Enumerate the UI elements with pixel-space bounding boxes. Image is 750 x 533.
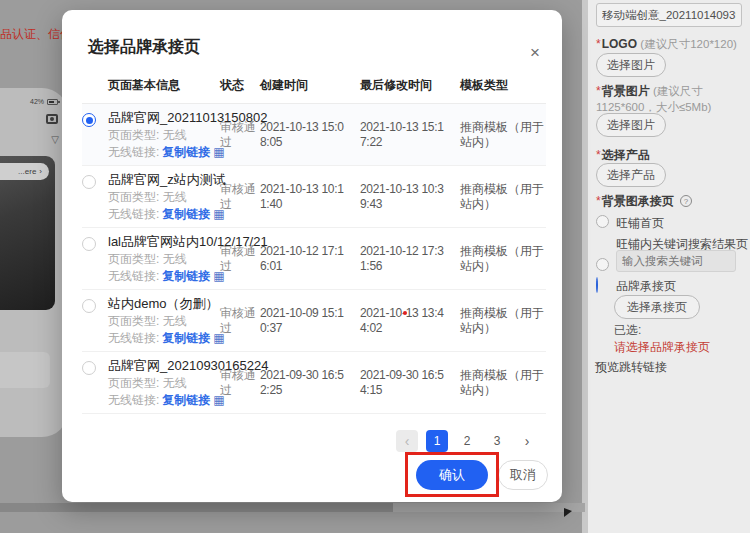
keyword-input[interactable] xyxy=(616,250,736,272)
copy-link[interactable]: 复制链接 xyxy=(162,145,210,159)
hero-link-text: ...ere xyxy=(18,167,36,176)
choose-logo-image-button[interactable]: 选择图片 xyxy=(596,53,666,77)
page-link-line: 无线链接:复制链接▦ xyxy=(108,393,220,407)
link-prefix: 无线链接: xyxy=(108,207,159,221)
table-row[interactable]: 站内demo（勿删） 页面类型: 无线 无线链接:复制链接▦ 审核通过 2021… xyxy=(82,290,546,352)
modified-cell: 2021-10-12 17:31:56 xyxy=(360,244,460,274)
copy-link[interactable]: 复制链接 xyxy=(162,269,210,283)
page-number[interactable]: 1 xyxy=(426,430,448,452)
hero-link-pill: ...ere › xyxy=(0,163,49,180)
creative-settings-panel: *LOGO (建议尺寸120*120) 选择图片 *背景图片 (建议尺寸1125… xyxy=(588,0,750,533)
table-row[interactable]: 品牌官网_20210930165224 页面类型: 无线 无线链接:复制链接▦ … xyxy=(82,352,546,414)
page-type: 页面类型: 无线 xyxy=(108,376,220,390)
page-type: 页面类型: 无线 xyxy=(108,128,220,142)
radio-shop-homepage[interactable] xyxy=(596,215,609,228)
template-cell: 推商模板（用于站内） xyxy=(460,368,546,398)
close-icon[interactable]: × xyxy=(522,40,548,66)
help-icon[interactable]: ? xyxy=(680,195,692,207)
template-cell: 推商模板（用于站内） xyxy=(460,306,546,336)
required-mark: * xyxy=(596,37,601,51)
cancel-button[interactable]: 取消 xyxy=(498,460,548,490)
selection-warning: 请选择品牌承接页 xyxy=(614,340,750,356)
dialog-title: 选择品牌承接页 xyxy=(88,37,200,58)
chevron-right-icon: › xyxy=(39,167,42,176)
copy-link[interactable]: 复制链接 xyxy=(162,393,210,407)
required-mark: * xyxy=(596,84,601,98)
red-dot-artifact xyxy=(403,311,407,315)
modified-cell: 2021-09-30 16:54:15 xyxy=(360,368,460,398)
radio-keyword-search[interactable] xyxy=(596,258,609,271)
modified-cell: 2021-10-13 10:39:43 xyxy=(360,182,460,212)
filter-icon: ▽ xyxy=(51,134,59,145)
choose-product-button[interactable]: 选择产品 xyxy=(596,163,666,187)
row-radio[interactable] xyxy=(82,361,96,375)
radio-brand-landing[interactable] xyxy=(596,277,598,293)
header-status: 状态 xyxy=(220,77,260,94)
choose-landing-page-button[interactable]: 选择承接页 xyxy=(614,295,700,319)
creative-name-input[interactable] xyxy=(596,3,742,27)
row-radio[interactable] xyxy=(82,299,96,313)
link-prefix: 无线链接: xyxy=(108,269,159,283)
select-landing-page-dialog: 选择品牌承接页 × 页面基本信息 状态 创建时间 最后修改时间 模板类型 品牌官… xyxy=(62,10,562,502)
battery-icon xyxy=(47,99,58,105)
required-mark: * xyxy=(596,148,601,162)
template-cell: 推商模板（用于站内） xyxy=(460,244,546,274)
row-radio[interactable] xyxy=(82,237,96,251)
page-name: 品牌官网_20211013150802 xyxy=(108,110,278,125)
page-name: 品牌官网_z站内测试 xyxy=(108,172,278,187)
table-row[interactable]: lal品牌官网站内10/12/17/21 页面类型: 无线 无线链接:复制链接▦… xyxy=(82,228,546,290)
landing-page-table: 页面基本信息 状态 创建时间 最后修改时间 模板类型 品牌官网_20211013… xyxy=(82,70,546,414)
template-cell: 推商模板（用于站内） xyxy=(460,120,546,150)
selected-label: 已选: xyxy=(614,323,750,339)
link-prefix: 无线链接: xyxy=(108,393,159,407)
page-link-line: 无线链接:复制链接▦ xyxy=(108,207,220,221)
header-template: 模板类型 xyxy=(460,77,546,94)
row-radio[interactable] xyxy=(82,113,96,127)
camera-icon xyxy=(46,114,58,124)
page-link-line: 无线链接:复制链接▦ xyxy=(108,269,220,283)
table-row[interactable]: 品牌官网_z站内测试 页面类型: 无线 无线链接:复制链接▦ 审核通过 2021… xyxy=(82,166,546,228)
link-prefix: 无线链接: xyxy=(108,331,159,345)
header-created: 创建时间 xyxy=(260,77,360,94)
logo-field-label: *LOGO (建议尺寸120*120) xyxy=(596,37,746,53)
mouse-cursor xyxy=(564,508,572,517)
phone-toolbar: ≡ ▽ xyxy=(0,134,59,145)
page-name: 品牌官网_20210930165224 xyxy=(108,358,278,373)
page-name: 站内demo（勿删） xyxy=(108,296,278,311)
page-type: 页面类型: 无线 xyxy=(108,314,220,328)
product-field-label: *选择产品 xyxy=(596,148,746,164)
link-prefix: 无线链接: xyxy=(108,145,159,159)
modified-cell: 2021-10-13 15:17:22 xyxy=(360,120,460,150)
next-page-button[interactable]: › xyxy=(516,430,538,452)
logo-size-hint: (建议尺寸120*120) xyxy=(640,38,737,50)
bg-image-field-label: *背景图片 (建议尺寸1125*600，大小≤5Mb) xyxy=(596,84,746,116)
page-link-line: 无线链接:复制链接▦ xyxy=(108,331,220,345)
preview-link-label: 预览跳转链接 xyxy=(595,360,745,376)
overlay-card xyxy=(0,352,50,388)
copy-link[interactable]: 复制链接 xyxy=(162,331,210,345)
table-header: 页面基本信息 状态 创建时间 最后修改时间 模板类型 xyxy=(82,70,546,104)
template-cell: 推商模板（用于站内） xyxy=(460,182,546,212)
row-radio[interactable] xyxy=(82,175,96,189)
radio-shop-homepage-label: 旺铺首页 xyxy=(616,215,664,232)
horizontal-scrollbar-thumb[interactable] xyxy=(0,503,393,512)
battery-percent: 42% xyxy=(30,98,44,105)
copy-link[interactable]: 复制链接 xyxy=(162,207,210,221)
hero-image-card: ...ere › xyxy=(0,156,55,310)
confirm-button[interactable]: 确认 xyxy=(416,460,488,490)
prev-page-button[interactable]: ‹ xyxy=(396,430,418,452)
mobile-preview: 42% ≡ ▽ ...ere › xyxy=(0,88,68,437)
landing-field-label: *背景图承接页 ? xyxy=(596,194,746,210)
page-type: 页面类型: 无线 xyxy=(108,190,220,204)
header-page-info: 页面基本信息 xyxy=(108,77,220,94)
required-mark: * xyxy=(596,194,601,208)
radio-brand-landing-label: 品牌承接页 xyxy=(616,278,676,295)
pagination: ‹ 1 2 3 › xyxy=(396,430,538,452)
page-number[interactable]: 2 xyxy=(456,430,478,452)
page-type: 页面类型: 无线 xyxy=(108,252,220,266)
table-row[interactable]: 品牌官网_20211013150802 页面类型: 无线 无线链接:复制链接▦ … xyxy=(82,104,546,166)
horizontal-scrollbar-track[interactable] xyxy=(0,503,585,512)
header-modified: 最后修改时间 xyxy=(360,77,460,94)
page-number[interactable]: 3 xyxy=(486,430,508,452)
choose-bg-image-button[interactable]: 选择图片 xyxy=(596,113,666,137)
